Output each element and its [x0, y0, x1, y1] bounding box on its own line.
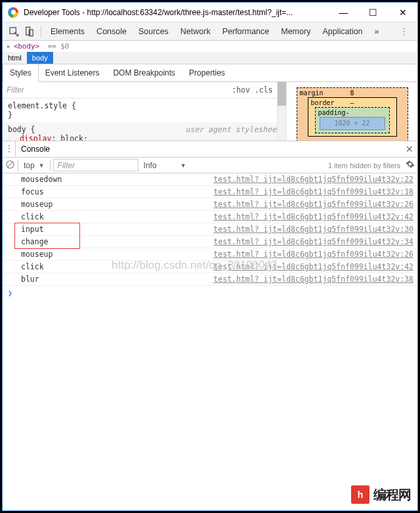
- console-output[interactable]: mousedowntest.html? ijt=ld8c6gbt1jq5fnf0…: [3, 173, 417, 510]
- log-source-link[interactable]: test.html? ijt=ld8c6gbt1jq5fnf099ilu4t32…: [213, 200, 413, 209]
- crumb-body-tag[interactable]: <body>: [14, 42, 40, 51]
- tab-performance[interactable]: Performance: [217, 22, 275, 40]
- subtab-properties[interactable]: Properties: [182, 64, 232, 81]
- console-filter-bar: top ▼ Filter Info ▼ 1 item hidden by fil…: [3, 158, 417, 173]
- chevron-down-icon: ▼: [180, 162, 186, 169]
- svg-line-4: [7, 162, 13, 167]
- console-log-row[interactable]: changetest.html? ijt=ld8c6gbt1jq5fnf099i…: [3, 236, 417, 248]
- chevron-down-icon: ▼: [39, 162, 45, 169]
- log-source-link[interactable]: test.html? ijt=ld8c6gbt1jq5fnf099ilu4t32…: [213, 262, 413, 271]
- watermark-logo-icon: h: [351, 485, 369, 504]
- tab-network[interactable]: Network: [175, 22, 216, 40]
- box-content[interactable]: 1020 × 22: [320, 117, 385, 130]
- log-message: mouseup: [21, 250, 213, 259]
- subtab-eventlisteners[interactable]: Event Listeners: [39, 64, 107, 81]
- console-tab[interactable]: Console: [16, 142, 402, 157]
- styles-filter-input[interactable]: Filter: [7, 85, 232, 95]
- context-selector[interactable]: top ▼: [21, 160, 47, 171]
- box-border[interactable]: border – padding- 1020 × 22: [308, 97, 397, 137]
- watermark-logo-text: 编程网: [373, 486, 411, 504]
- console-menu-icon[interactable]: ⋮: [3, 141, 16, 157]
- console-log-row[interactable]: clicktest.html? ijt=ld8c6gbt1jq5fnf099il…: [3, 211, 417, 223]
- subtab-styles[interactable]: Styles: [3, 64, 39, 82]
- rule-element-style[interactable]: element.style { }: [3, 99, 286, 122]
- styles-rules: Filter :hov .cls + element.style { } use…: [3, 82, 286, 141]
- console-log-row[interactable]: inputtest.html? ijt=ld8c6gbt1jq5fnf099il…: [3, 223, 417, 236]
- window-title: Developer Tools - http://localhost:63342…: [24, 8, 329, 17]
- css-prop: display: [20, 134, 51, 141]
- chrome-icon: [8, 7, 18, 18]
- log-source-link[interactable]: test.html? ijt=ld8c6gbt1jq5fnf099ilu4t32…: [213, 225, 413, 234]
- tab-console[interactable]: Console: [91, 22, 132, 40]
- path-body[interactable]: body: [27, 52, 53, 64]
- settings-menu-icon[interactable]: ⋮: [394, 22, 413, 40]
- styles-pane: Filter :hov .cls + element.style { } use…: [3, 82, 417, 141]
- log-message: blur: [21, 275, 213, 284]
- tab-elements[interactable]: Elements: [45, 22, 90, 40]
- console-log-row[interactable]: mouseuptest.html? ijt=ld8c6gbt1jq5fnf099…: [3, 198, 417, 211]
- close-button[interactable]: ✕: [388, 3, 417, 22]
- log-message: change: [21, 237, 213, 246]
- console-prompt[interactable]: ❯: [3, 286, 417, 300]
- console-log-row[interactable]: blurtest.html? ijt=ld8c6gbt1jq5fnf099ilu…: [3, 273, 417, 286]
- crumb-eq-label: == $0: [47, 42, 69, 51]
- tab-memory[interactable]: Memory: [276, 22, 316, 40]
- log-message: mouseup: [21, 200, 213, 209]
- console-drawer-header: ⋮ Console ✕: [3, 141, 417, 158]
- device-mode-icon[interactable]: [22, 24, 37, 39]
- console-log-row[interactable]: mousedowntest.html? ijt=ld8c6gbt1jq5fnf0…: [3, 173, 417, 186]
- log-message: click: [21, 262, 213, 271]
- console-log-row[interactable]: mouseuptest.html? ijt=ld8c6gbt1jq5fnf099…: [3, 248, 417, 261]
- maximize-button[interactable]: ☐: [358, 3, 388, 22]
- sidebar-tabs: Styles Event Listeners DOM Breakpoints P…: [3, 64, 417, 82]
- dom-path: html body: [3, 52, 417, 64]
- log-source-link[interactable]: test.html? ijt=ld8c6gbt1jq5fnf099ilu4t32…: [213, 212, 413, 221]
- styles-filter-bar: Filter :hov .cls +: [3, 82, 286, 99]
- window-controls: — ☐ ✕: [329, 3, 417, 22]
- console-settings-icon[interactable]: [406, 160, 415, 171]
- panel-tabbar: Elements Console Sources Network Perform…: [3, 22, 417, 41]
- box-margin[interactable]: margin 8 border – padding- 1020 × 22: [297, 87, 408, 141]
- log-source-link[interactable]: test.html? ijt=ld8c6gbt1jq5fnf099ilu4t32…: [213, 250, 413, 259]
- tab-sources[interactable]: Sources: [133, 22, 174, 40]
- log-source-link[interactable]: test.html? ijt=ld8c6gbt1jq5fnf099ilu4t32…: [213, 187, 413, 196]
- log-source-link[interactable]: test.html? ijt=ld8c6gbt1jq5fnf099ilu4t32…: [213, 175, 413, 184]
- tabbar-divider: [41, 26, 41, 37]
- devtools-window: Developer Tools - http://localhost:63342…: [2, 2, 418, 511]
- box-model-pane: margin 8 border – padding- 1020 × 22: [286, 82, 417, 141]
- log-message: mousedown: [21, 175, 213, 184]
- tab-overflow[interactable]: »: [369, 22, 385, 40]
- crumb-arrow-icon: ▸: [7, 42, 11, 51]
- window-titlebar[interactable]: Developer Tools - http://localhost:63342…: [3, 3, 417, 22]
- hov-cls-toggle[interactable]: :hov .cls: [232, 85, 272, 95]
- console-close-button[interactable]: ✕: [402, 144, 417, 154]
- css-val: block: [60, 134, 83, 141]
- log-source-link[interactable]: test.html? ijt=ld8c6gbt1jq5fnf099ilu4t32…: [213, 275, 413, 284]
- subtab-dombreakpoints[interactable]: DOM Breakpoints: [106, 64, 182, 81]
- console-log-row[interactable]: focustest.html? ijt=ld8c6gbt1jq5fnf099il…: [3, 186, 417, 198]
- box-padding[interactable]: padding- 1020 × 22: [315, 107, 390, 133]
- hidden-count-label: 1 item hidden by filters: [192, 162, 403, 169]
- path-html[interactable]: html: [3, 52, 27, 64]
- select-element-icon[interactable]: [7, 24, 21, 39]
- rule-selector: element.style {: [8, 101, 281, 110]
- filter-divider: [50, 160, 51, 171]
- dom-crumb: ▸ <body> == $0: [3, 41, 417, 52]
- log-message: focus: [21, 187, 213, 196]
- log-source-link[interactable]: test.html? ijt=ld8c6gbt1jq5fnf099ilu4t32…: [213, 237, 413, 246]
- rule-close: }: [8, 110, 281, 120]
- styles-scrollbar[interactable]: [277, 82, 286, 141]
- level-selector[interactable]: Info ▼: [141, 160, 189, 171]
- filter-divider: [18, 160, 18, 171]
- minimize-button[interactable]: —: [329, 3, 358, 22]
- ua-stylesheet-label: user agent stylesheet: [186, 125, 281, 134]
- rule-body[interactable]: user agent stylesheet body { display: bl…: [3, 122, 286, 141]
- console-filter-input[interactable]: Filter: [53, 159, 138, 171]
- log-message: click: [21, 212, 213, 221]
- tab-application[interactable]: Application: [317, 22, 368, 40]
- console-log-row[interactable]: clicktest.html? ijt=ld8c6gbt1jq5fnf099il…: [3, 261, 417, 273]
- clear-console-icon[interactable]: [5, 160, 15, 171]
- log-message: input: [21, 225, 213, 234]
- watermark-logo: h 编程网: [351, 485, 411, 504]
